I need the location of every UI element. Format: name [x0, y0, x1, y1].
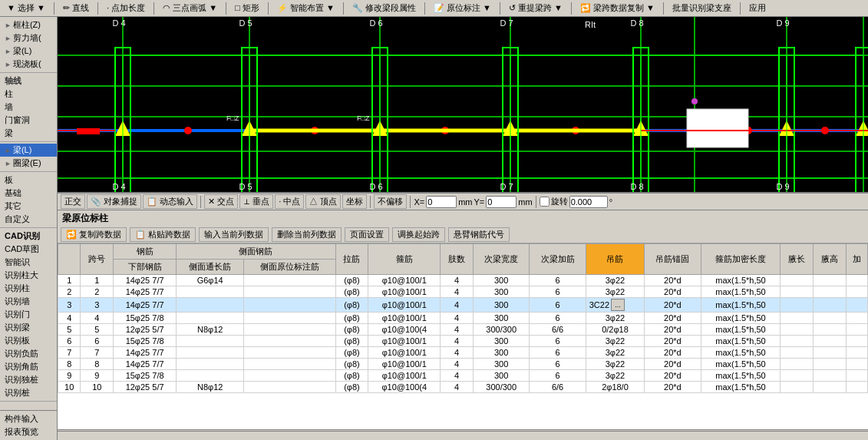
- table-row[interactable]: 1114φ25 7/7G6φ14(φ8)φ10@100/1430063φ2220…: [58, 275, 868, 286]
- sidebar-item-shear-wall[interactable]: ► 剪力墙(: [0, 31, 57, 45]
- smart-layout-tool[interactable]: ⚡ 智能布置 ▼: [273, 1, 338, 15]
- bottom-scrollbar[interactable]: [58, 429, 868, 440]
- sidebar-item-smart-id[interactable]: 智能识: [0, 256, 57, 269]
- table-row[interactable]: 2214φ25 7/7(φ8)φ10@100/1430063φ2220*dmax…: [58, 286, 868, 298]
- input-col-btn[interactable]: 输入当前列数据: [199, 227, 269, 242]
- dynamic-input-btn[interactable]: 📋 动态输入: [143, 194, 197, 209]
- cell-span: 3: [81, 298, 114, 313]
- status-bar: 正交 📎 对象捕捉 📋 动态输入 ✕ 交点 ⊥ 垂点 · 中点 △ 顶点 坐标 …: [58, 194, 868, 210]
- data-table-wrap[interactable]: 跨号 钢筋 侧面钢筋 拉筋 箍筋 肢数 次梁宽度 次梁加筋 吊筋 吊筋锚固 箍筋…: [58, 243, 868, 429]
- cell-haunch-l: [781, 359, 814, 370]
- select-tool[interactable]: ▼ 选择 ▼: [3, 1, 49, 15]
- sidebar-item-id-wall[interactable]: 识别墙: [0, 295, 57, 308]
- sidebar-item-id-col-big[interactable]: 识别柱大: [0, 269, 57, 282]
- sidebar-item-id-col[interactable]: 识别柱: [0, 282, 57, 295]
- midpoint-btn[interactable]: · 中点: [275, 194, 304, 209]
- sidebar-item-id-door[interactable]: 识别门: [0, 308, 57, 321]
- coordinate-btn[interactable]: 坐标: [342, 194, 367, 209]
- ortho-btn[interactable]: 正交: [61, 194, 85, 209]
- cell-hanger: 3φ22: [586, 313, 645, 324]
- sidebar-item-ring-beam[interactable]: ► 圈梁(E): [0, 157, 57, 170]
- re-extract-tool[interactable]: ↺ 重提梁跨 ▼: [505, 1, 566, 15]
- perpendicular-btn[interactable]: ⊥ 垂点: [239, 194, 273, 209]
- data-area: 梁原位标柱 🔁 复制跨数据 📋 粘贴跨数据 输入当前列数据 删除当前列数据 页面…: [58, 210, 868, 440]
- sidebar-item-door-win[interactable]: 门窗洞: [0, 114, 57, 127]
- sidebar-item-id-solo-pile[interactable]: 识别独桩: [0, 373, 57, 386]
- y-input[interactable]: [486, 196, 517, 208]
- ring-beam-label: 圈梁(E): [13, 157, 41, 169]
- toppoint-btn[interactable]: △ 顶点: [305, 194, 341, 209]
- hanger-code-btn[interactable]: 悬臂钢筋代号: [448, 227, 510, 242]
- cell-beam-width: 300: [473, 336, 529, 347]
- batch-identify-tool[interactable]: 批量识别梁支座: [668, 1, 735, 15]
- line-tool[interactable]: ✏ 直线: [59, 1, 93, 15]
- cell-hanger: 0/2φ18: [586, 324, 645, 336]
- foundation-label: 基础: [5, 187, 21, 199]
- swap-start-btn[interactable]: 调换起始跨: [392, 227, 445, 242]
- cell-bottom-rebar: 14φ25 7/7: [114, 359, 177, 370]
- no-offset-btn[interactable]: 不偏移: [374, 194, 407, 209]
- intersection-btn[interactable]: ✕ 交点: [204, 194, 238, 209]
- table-row[interactable]: 3314φ25 7/7(φ8)φ10@100/1430063C22...20*d…: [58, 298, 868, 313]
- x-input[interactable]: [426, 196, 457, 208]
- sidebar-item-frame-col[interactable]: ► 框柱(Z): [0, 18, 57, 31]
- page-setup-btn[interactable]: 页面设置: [345, 227, 389, 242]
- table-row[interactable]: 8814φ25 7/7(φ8)φ10@100/1430063φ2220*dmax…: [58, 359, 868, 370]
- original-mark-tool[interactable]: 📝 原位标注 ▼: [430, 1, 495, 15]
- sidebar-item-beam-l[interactable]: ► 梁(L): [0, 144, 57, 157]
- sidebar-item-beam2[interactable]: 梁: [0, 127, 57, 140]
- hanger-edit-btn[interactable]: ...: [611, 299, 625, 311]
- rotate-input[interactable]: [569, 196, 608, 208]
- cell-beam-add: 6/6: [530, 382, 586, 393]
- x-unit: mm: [458, 197, 472, 207]
- table-row[interactable]: 9915φ25 7/8(φ8)φ10@100/1430063φ2220*dmax…: [58, 370, 868, 382]
- sidebar-item-plate[interactable]: 板: [0, 174, 57, 187]
- sidebar-item-id-pile[interactable]: 识别桩: [0, 386, 57, 399]
- sidebar-item-id-corner-bar[interactable]: 识别角筋: [0, 360, 57, 373]
- cell-hanger-anchor: 20*d: [645, 275, 701, 286]
- rect-tool[interactable]: □ 矩形: [231, 1, 263, 15]
- cell-stirrup: φ10@100/1: [368, 347, 441, 359]
- point-add-tool[interactable]: · 点加长度: [103, 1, 149, 15]
- table-row[interactable]: 101012φ25 5/7N8φ12(φ8)φ10@100(44300/3006…: [58, 382, 868, 393]
- apply-tool[interactable]: 应用: [745, 1, 770, 15]
- table-row[interactable]: 6615φ25 7/8(φ8)φ10@100/1430063φ2220*dmax…: [58, 336, 868, 347]
- svg-text:D 5: D 5: [239, 182, 252, 191]
- expand-icon: ►: [5, 22, 12, 29]
- rotate-checkbox[interactable]: [540, 197, 550, 207]
- table-row[interactable]: 4415φ25 7/8(φ8)φ10@100/1430063φ2220*dmax…: [58, 313, 868, 324]
- svg-text:D 4: D 4: [112, 18, 125, 28]
- copy-span-btn[interactable]: 🔁 复制跨数据: [61, 227, 127, 242]
- arc-tool[interactable]: ◠ 三点画弧 ▼: [159, 1, 221, 15]
- sidebar-item-slab[interactable]: ► 现浇板(: [0, 58, 57, 71]
- modify-beam-prop-tool[interactable]: 🔧 修改梁段属性: [348, 1, 420, 15]
- sep-s1: [200, 196, 201, 208]
- sidebar-item-col2[interactable]: 柱: [0, 88, 57, 101]
- sidebar-item-id-beam[interactable]: 识别梁: [0, 321, 57, 334]
- table-row[interactable]: 7714φ25 7/7(φ8)φ10@100/1430063φ2220*dmax…: [58, 347, 868, 359]
- cad-drawing-area[interactable]: D 4 D 5 D 6 D 7 D 8 D 9 D 4 D 5 D 6 D 7 …: [58, 17, 868, 194]
- sidebar-item-wall[interactable]: 墙: [0, 101, 57, 114]
- sidebar-item-foundation[interactable]: 基础: [0, 187, 57, 200]
- snap-btn[interactable]: 📎 对象捕捉: [87, 194, 141, 209]
- id-corner-bar-label: 识别角筋: [5, 361, 38, 372]
- sidebar-item-beam[interactable]: ► 梁(L): [0, 45, 57, 58]
- sidebar-item-custom[interactable]: 自定义: [0, 213, 57, 226]
- report-preview-label: 报表预览: [5, 426, 38, 438]
- data-title: 梁原位标柱: [62, 213, 108, 223]
- sidebar-item-other[interactable]: 其它: [0, 200, 57, 213]
- sidebar-item-report-preview[interactable]: 报表预览: [0, 425, 57, 438]
- cell-beam-add: 6: [530, 286, 586, 298]
- svg-text:D 7: D 7: [500, 182, 513, 191]
- delete-col-btn[interactable]: 删除当前列数据: [272, 227, 342, 242]
- table-row[interactable]: 5512φ25 5/7N8φ12(φ8)φ10@100(44300/3006/6…: [58, 324, 868, 336]
- sidebar-item-component-input[interactable]: 构件输入: [0, 412, 57, 425]
- sidebar-item-id-neg-bar[interactable]: 识别负筋: [0, 347, 57, 360]
- paste-span-btn[interactable]: 📋 粘贴跨数据: [130, 227, 196, 242]
- sidebar-label-beam: 梁(L): [13, 45, 31, 57]
- span-copy-tool[interactable]: 🔁 梁跨数据复制 ▼: [576, 1, 658, 15]
- sidebar-item-id-slab[interactable]: 识别板: [0, 334, 57, 347]
- cell-side-note: [244, 275, 335, 286]
- sidebar-item-cad-draft[interactable]: CAD草图: [0, 243, 57, 256]
- cell-stirrup-dense: max(1.5*h,50: [701, 324, 781, 336]
